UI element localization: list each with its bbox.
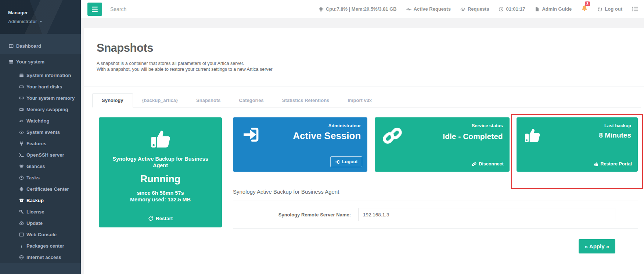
search-input[interactable]	[110, 6, 195, 12]
menu-toggle-button[interactable]	[87, 3, 102, 16]
restart-button[interactable]: Restart	[148, 216, 173, 221]
sidebar-item-label: Watchdog	[26, 118, 49, 124]
sidebar-item-label: Dashboard	[16, 43, 41, 49]
admin-guide-label: Admin Guide	[542, 6, 572, 12]
disconnect-label: Disconnect	[479, 161, 503, 167]
info-icon	[19, 244, 24, 248]
profile-role-dropdown[interactable]: Administrator	[8, 19, 42, 24]
right-column: Administrateur Active Session Logout Ser…	[233, 117, 641, 253]
page-header: Snapshots A snapshot is a container that…	[84, 28, 644, 87]
sidebar-item-your-system-memory[interactable]: Your system memory	[0, 92, 81, 104]
tab--backup-artica-[interactable]: {backup_artica}	[133, 94, 187, 107]
sidebar-item-packages-center[interactable]: Packages center	[0, 240, 81, 252]
disconnect-button[interactable]: Disconnect	[472, 161, 503, 167]
agent-status: Running	[108, 173, 212, 185]
sidebar-item-label: Tasks	[26, 175, 40, 180]
tab-statistics-retentions[interactable]: Statistics Retentions	[273, 94, 339, 107]
server-name-input[interactable]	[358, 208, 615, 221]
list-check-icon	[632, 6, 638, 12]
sidebar-item-label: Your system memory	[26, 95, 75, 101]
logout-label: Log out	[605, 6, 622, 12]
active-requests-link[interactable]: Active Requests	[406, 6, 451, 12]
sidebar: Manager Administrator DashboardYour syst…	[0, 0, 81, 274]
thumbs-up-icon	[524, 127, 541, 144]
uptime-status: 01:01:17	[499, 6, 525, 12]
sidebar-item-openssh-server[interactable]: OpenSSH server	[0, 149, 81, 161]
divider	[233, 201, 638, 201]
apply-button[interactable]: « Apply »	[579, 239, 615, 253]
page-description-line1: A snapshot is a container that stores al…	[97, 61, 631, 66]
cards-area: Synology Active Backup for Business Agen…	[84, 107, 644, 253]
logout-link[interactable]: Log out	[597, 6, 622, 12]
clock-icon	[499, 7, 504, 12]
session-logout-label: Logout	[342, 159, 357, 164]
dog-icon	[19, 118, 24, 123]
server-name-row: Synology Remote Server Name:	[233, 208, 615, 221]
refresh-icon	[148, 216, 153, 221]
session-logout-button[interactable]: Logout	[330, 156, 362, 167]
sidebar-item-your-hard-disks[interactable]: Your hard disks	[0, 81, 81, 92]
sidebar-item-tasks[interactable]: Tasks	[0, 172, 81, 183]
restart-label: Restart	[156, 216, 173, 221]
globe-icon	[19, 255, 24, 260]
requests-link[interactable]: Requests	[460, 6, 489, 12]
agent-meta: since 6h 56mn 57s Memory used: 132.5 MB	[108, 190, 212, 203]
agent-service-card: Synology Active Backup for Business Agen…	[99, 117, 222, 227]
tab-categories[interactable]: Categories	[230, 94, 273, 107]
sidebar-item-memory-swapping[interactable]: Memory swapping	[0, 104, 81, 115]
power-icon	[597, 7, 602, 12]
sidebar-menu: DashboardYour systemSystem informationYo…	[0, 34, 81, 263]
sidebar-item-watchdog[interactable]: Watchdog	[0, 115, 81, 127]
sidebar-item-update[interactable]: Update	[0, 218, 81, 229]
sidebar-item-backup[interactable]: Backup	[0, 195, 81, 206]
notifications-button[interactable]: 3	[581, 5, 588, 13]
tab-import-v3x[interactable]: Import v3x	[338, 94, 381, 107]
sidebar-item-label: Your hard disks	[26, 84, 62, 89]
sidebar-item-label: OpenSSH server	[26, 152, 64, 158]
sidebar-item-features[interactable]: Features	[0, 138, 81, 149]
sidebar-item-label: System information	[26, 73, 71, 78]
cloud-icon	[19, 221, 24, 226]
sidebar-item-label: Update	[26, 220, 43, 226]
sidebar-item-label: License	[26, 209, 44, 215]
sidebar-item-certificates-center[interactable]: Certificates Center	[0, 183, 81, 195]
task-list-button[interactable]	[632, 6, 638, 12]
agent-uptime: since 6h 56mn 57s	[108, 190, 212, 196]
sidebar-item-label: Certificates Center	[26, 186, 69, 192]
tab-snapshots[interactable]: Snapshots	[187, 94, 230, 107]
sign-in-icon	[240, 125, 262, 144]
pdf-file-icon	[535, 7, 540, 12]
restore-portal-button[interactable]: Restore Portal	[594, 161, 632, 167]
sidebar-item-system-events[interactable]: System events	[0, 127, 81, 138]
sidebar-item-glances[interactable]: Glances	[0, 161, 81, 172]
cert-icon	[19, 187, 24, 191]
service-status-card: Service status Idle - Completed Disconne…	[375, 117, 509, 172]
agent-memory: Memory used: 132.5 MB	[108, 196, 212, 203]
page-title: Snapshots	[97, 41, 631, 55]
sidebar-item-system-information[interactable]: System information	[0, 70, 81, 81]
window-icon	[19, 232, 24, 237]
sidebar-item-your-system[interactable]: Your system	[0, 54, 81, 70]
top-navbar: Cpu:7.8% | Mem:20.5%/3.81 GB Active Requ…	[81, 0, 644, 18]
microchip-icon	[319, 7, 324, 12]
sidebar-item-label: Glances	[26, 164, 45, 169]
memory-icon	[19, 96, 24, 101]
thumbs-up-icon	[150, 128, 171, 150]
columns-icon	[9, 44, 14, 48]
tab-synology[interactable]: Synology	[92, 93, 133, 107]
sidebar-item-dashboard[interactable]: Dashboard	[0, 38, 81, 54]
key-icon	[19, 209, 24, 214]
sidebar-item-internet-access[interactable]: Internet access	[0, 252, 81, 263]
admin-guide-link[interactable]: Admin Guide	[535, 6, 572, 12]
active-requests-label: Active Requests	[414, 6, 451, 12]
page-description: A snapshot is a container that stores al…	[97, 61, 631, 72]
link-icon	[472, 162, 476, 167]
sidebar-item-web-console[interactable]: Web Console	[0, 229, 81, 240]
sidebar-item-label: Internet access	[26, 255, 61, 260]
sidebar-item-label: System events	[26, 129, 60, 135]
navbar-right: Cpu:7.8% | Mem:20.5%/3.81 GB Active Requ…	[319, 5, 638, 13]
last-backup-highlight-box: Last backup 8 Minutes Restore Portal	[511, 114, 643, 189]
sidebar-item-label: Features	[26, 141, 46, 146]
sign-out-icon	[335, 160, 340, 164]
sidebar-item-license[interactable]: License	[0, 206, 81, 218]
